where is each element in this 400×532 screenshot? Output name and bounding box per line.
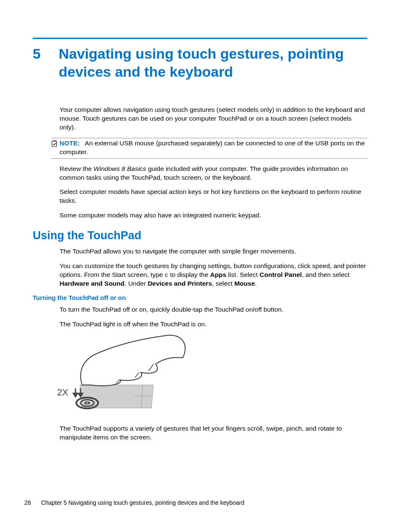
- intro-paragraph-3: Select computer models have special acti…: [60, 188, 367, 205]
- intro-paragraph-2: Review the Windows 8 Basics guide includ…: [60, 165, 367, 182]
- page-footer: 28 Chapter 5 Navigating using touch gest…: [24, 499, 244, 506]
- intro-paragraph-1: Your computer allows navigation using to…: [60, 106, 367, 132]
- chapter-heading: 5 Navigating using touch gestures, point…: [33, 45, 367, 80]
- note-label: NOTE:: [60, 139, 80, 147]
- section-heading-turning: Turning the TouchPad off or on: [33, 294, 367, 301]
- touchpad-paragraph-2: You can customize the touch gestures by …: [60, 262, 367, 288]
- footer-text: Chapter 5 Navigating using touch gesture…: [41, 499, 244, 506]
- svg-marker-4: [73, 393, 78, 397]
- chapter-title: Navigating using touch gestures, pointin…: [59, 45, 367, 80]
- svg-point-10: [86, 402, 88, 403]
- illustration-2x-label: 2X: [57, 387, 68, 398]
- turning-paragraph-3: The TouchPad supports a variety of gestu…: [60, 424, 367, 442]
- note-icon: [51, 140, 60, 150]
- note-text: An external USB mouse (purchased separat…: [60, 139, 365, 155]
- note-block: NOTE: An external USB mouse (purchased s…: [51, 138, 367, 159]
- chapter-rule: [33, 38, 367, 39]
- touchpad-illustration: 2X: [57, 335, 367, 420]
- turning-paragraph-2: The TouchPad light is off when the Touch…: [60, 320, 367, 329]
- svg-rect-0: [52, 141, 57, 147]
- intro-paragraph-4: Some computer models may also have an in…: [60, 211, 367, 220]
- touchpad-paragraph-1: The TouchPad allows you to navigate the …: [60, 247, 367, 256]
- footer-page-number: 28: [24, 499, 39, 506]
- turning-paragraph-1: To turn the TouchPad off or on, quickly …: [60, 305, 367, 314]
- section-heading-touchpad: Using the TouchPad: [33, 229, 367, 242]
- chapter-number: 5: [33, 45, 59, 63]
